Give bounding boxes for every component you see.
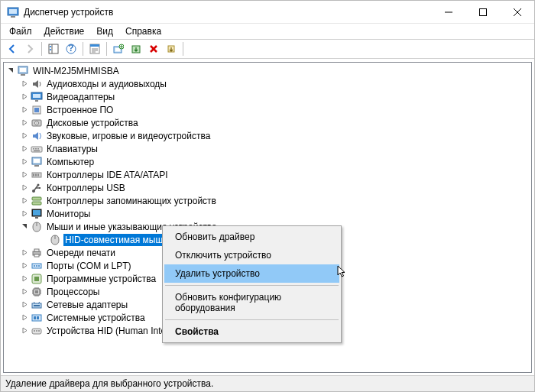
svg-point-33 [36, 122, 37, 124]
context-menu-separator [165, 285, 339, 286]
context-menu-item[interactable]: Свойства [164, 322, 339, 341]
context-menu: Обновить драйверОтключить устройствоУдал… [162, 225, 342, 343]
twisty-icon[interactable] [19, 196, 30, 206]
svg-rect-52 [33, 210, 41, 215]
svg-rect-57 [34, 249, 39, 251]
tree-category-label: Контроллеры запоминающих устройств [45, 195, 218, 207]
display-icon [31, 91, 43, 103]
twisty-icon[interactable] [19, 92, 30, 102]
tree-category-label: Контроллеры IDE ATA/ATAPI [45, 169, 170, 181]
menu-view[interactable]: Вид [91, 24, 118, 38]
forward-button[interactable] [21, 40, 38, 57]
tree-category-label: Клавиатуры [45, 143, 99, 155]
tree-category[interactable]: Встроенное ПО [4, 103, 531, 116]
firmware-icon [31, 104, 43, 116]
svg-rect-58 [34, 254, 39, 257]
mouse-icon [31, 221, 43, 233]
menu-action[interactable]: Действие [39, 24, 90, 38]
cpu-icon [31, 286, 43, 298]
svg-rect-25 [21, 74, 25, 76]
toolbar-separator [83, 42, 83, 56]
twisty-icon[interactable] [19, 118, 30, 128]
computer-icon [17, 65, 29, 77]
close-button[interactable] [500, 1, 534, 23]
tree-category-label: Процессоры [45, 286, 102, 298]
update-driver-button[interactable] [128, 40, 144, 57]
twisty-icon[interactable] [19, 313, 30, 323]
sound-icon [31, 130, 43, 142]
twisty-icon[interactable] [19, 222, 30, 232]
svg-rect-30 [34, 108, 39, 112]
hid-icon [31, 325, 43, 337]
help-button[interactable]: ? [63, 40, 79, 57]
svg-rect-45 [37, 173, 39, 176]
keyboard-icon [31, 143, 43, 155]
svg-rect-71 [37, 316, 39, 319]
svg-point-62 [38, 265, 40, 267]
svg-text:?: ? [68, 44, 73, 53]
twisty-icon[interactable] [19, 131, 30, 141]
monitor-icon [31, 208, 43, 220]
tree-category[interactable]: Контроллеры запоминающих устройств [4, 194, 531, 207]
context-menu-item[interactable]: Обновить конфигурацию оборудования [164, 288, 339, 317]
spacer [37, 235, 48, 245]
svg-rect-19 [115, 48, 120, 51]
twisty-icon[interactable] [19, 170, 30, 180]
tree-category[interactable]: Видеоадаптеры [4, 90, 531, 103]
twisty-icon[interactable] [19, 300, 30, 310]
tree-category[interactable]: Звуковые, игровые и видеоустройства [4, 129, 531, 142]
twisty-icon[interactable] [19, 209, 30, 219]
tree-category[interactable]: Мониторы [4, 207, 531, 220]
scan-hardware-changes-button[interactable] [110, 40, 127, 57]
context-menu-item[interactable]: Удалить устройство [164, 264, 339, 283]
usb-icon [31, 182, 43, 194]
context-menu-item[interactable]: Отключить устройство [164, 246, 339, 264]
tree-category-label: Программные устройства [45, 273, 157, 285]
show-hide-console-tree-button[interactable] [45, 40, 62, 57]
twisty-icon[interactable] [19, 105, 30, 115]
audio-icon [31, 78, 43, 90]
menu-file[interactable]: Файл [4, 24, 37, 38]
context-menu-item[interactable]: Обновить драйвер [164, 228, 339, 246]
twisty-icon[interactable] [19, 287, 30, 297]
tree-category-label: Контроллеры USB [45, 182, 127, 194]
twisty-icon[interactable] [19, 157, 30, 167]
twisty-icon[interactable] [19, 326, 30, 336]
tree-category[interactable]: Дисковые устройства [4, 116, 531, 129]
tree-category[interactable]: Клавиатуры [4, 142, 531, 155]
svg-rect-68 [34, 305, 40, 306]
tree-root[interactable]: WIN-M2J5MHMISBA [4, 64, 531, 77]
tree-device-label: HID-совместимая мышь [63, 234, 169, 246]
svg-rect-10 [50, 49, 51, 50]
twisty-icon[interactable] [19, 248, 30, 258]
twisty-icon[interactable] [19, 144, 30, 154]
back-button[interactable] [4, 40, 21, 57]
svg-rect-35 [33, 148, 34, 150]
toolbar: ? [1, 39, 534, 59]
tree-category-label: Звуковые, игровые и видеоустройства [45, 130, 212, 142]
tree-category[interactable]: Компьютер [4, 155, 531, 168]
svg-rect-48 [39, 187, 41, 189]
svg-rect-43 [33, 173, 34, 176]
disable-device-button[interactable] [163, 40, 180, 57]
twisty-icon[interactable] [19, 183, 30, 193]
system-icon [31, 312, 43, 324]
svg-rect-9 [50, 46, 51, 47]
svg-rect-4 [479, 8, 486, 15]
menu-help[interactable]: Справка [120, 24, 167, 38]
tree-category[interactable]: Контроллеры USB [4, 181, 531, 194]
properties-button[interactable] [86, 40, 103, 57]
twisty-icon[interactable] [19, 79, 30, 89]
twisty-icon[interactable] [19, 274, 30, 284]
tree-category[interactable]: Аудиовходы и аудиовыходы [4, 77, 531, 90]
uninstall-device-button[interactable] [145, 40, 162, 57]
twisty-expanded-icon[interactable] [5, 66, 16, 76]
maximize-button[interactable] [465, 1, 500, 23]
toolbar-separator [106, 42, 107, 56]
tree-category[interactable]: Контроллеры IDE ATA/ATAPI [4, 168, 531, 181]
svg-point-60 [34, 265, 35, 267]
svg-rect-53 [35, 217, 38, 219]
titlebar: Диспетчер устройств [1, 1, 534, 24]
minimize-button[interactable] [431, 1, 465, 23]
twisty-icon[interactable] [19, 261, 30, 271]
